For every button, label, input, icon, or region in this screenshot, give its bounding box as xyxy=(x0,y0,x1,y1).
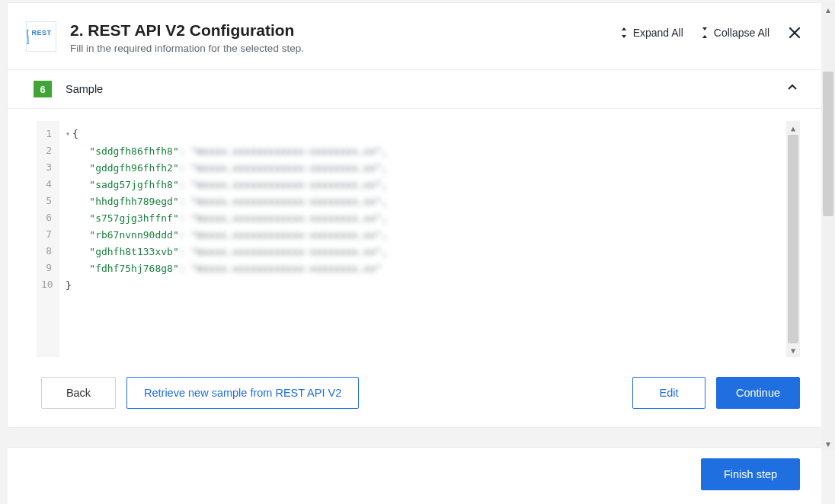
edit-button[interactable]: Edit xyxy=(632,377,705,409)
editor-scrollbar[interactable]: ▲ ▼ xyxy=(786,121,800,357)
chevron-up-icon[interactable] xyxy=(786,81,798,97)
scroll-thumb[interactable] xyxy=(788,135,798,343)
continue-button[interactable]: Continue xyxy=(716,377,800,409)
collapse-all-label: Collapse All xyxy=(714,27,769,39)
header-actions: Expand All Collapse All xyxy=(619,24,803,41)
code-body[interactable]: ▾{ "sddgfh86fhfh8": "mxxxx.xxxxxxxxxxxx-… xyxy=(59,121,786,357)
expand-icon xyxy=(619,27,629,38)
close-button[interactable] xyxy=(786,24,803,41)
page-scroll-down-icon[interactable]: ▼ xyxy=(821,437,835,451)
page-scroll-up-icon[interactable]: ▲ xyxy=(821,3,835,17)
page-title: 2. REST API V2 Configuration xyxy=(70,21,619,40)
code-editor[interactable]: 12345678910 ▾{ "sddgfh86fhfh8": "mxxxx.x… xyxy=(37,121,800,357)
page-scroll-thumb[interactable] xyxy=(823,72,833,216)
expand-all-button[interactable]: Expand All xyxy=(619,27,683,39)
collapse-icon xyxy=(700,27,709,38)
panel-header: [ REST ] 2. REST API V2 Configuration Fi… xyxy=(8,3,821,69)
section-label: Sample xyxy=(66,83,786,95)
line-gutter: 12345678910 xyxy=(37,121,59,357)
expand-all-label: Expand All xyxy=(633,27,683,39)
rest-icon: [ REST ] xyxy=(26,21,56,52)
page-subtitle: Fill in the required information for the… xyxy=(70,43,619,54)
back-button[interactable]: Back xyxy=(41,377,116,409)
header-text: 2. REST API V2 Configuration Fill in the… xyxy=(70,21,619,54)
collapse-all-button[interactable]: Collapse All xyxy=(700,27,769,39)
config-panel: [ REST ] 2. REST API V2 Configuration Fi… xyxy=(8,3,821,427)
retrieve-sample-button[interactable]: Retrieve new sample from REST API V2 xyxy=(126,377,359,409)
page-scrollbar[interactable]: ▲ ▼ xyxy=(821,3,835,451)
footer-bar: Finish step xyxy=(8,447,821,504)
scroll-down-icon[interactable]: ▼ xyxy=(786,343,800,357)
section-header[interactable]: 6 Sample xyxy=(8,69,821,109)
scroll-up-icon[interactable]: ▲ xyxy=(786,121,800,135)
section-number-badge: 6 xyxy=(34,81,52,97)
finish-step-button[interactable]: Finish step xyxy=(701,458,800,490)
button-row: Back Retrieve new sample from REST API V… xyxy=(8,365,821,427)
